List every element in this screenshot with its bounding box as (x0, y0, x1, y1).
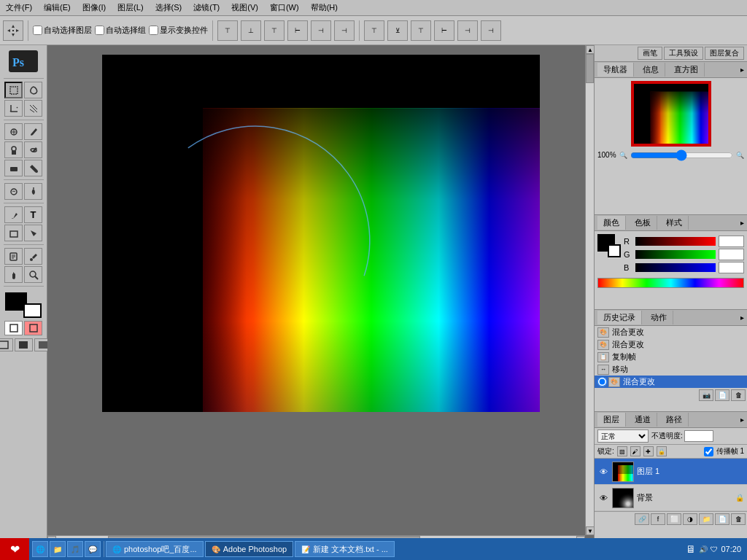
histogram-tab[interactable]: 直方图 (668, 63, 705, 77)
layer-delete-btn[interactable]: 🗑 (731, 513, 746, 525)
tool-presets-btn[interactable]: 工具预设 (664, 47, 703, 60)
v-scrollbar[interactable]: ▲ ▼ (585, 45, 594, 535)
eyedropper-tool[interactable] (24, 248, 42, 265)
other-icon[interactable]: 💬 (85, 541, 101, 557)
align-left-btn[interactable]: ⊢ (287, 20, 308, 41)
marquee-tool[interactable] (4, 82, 23, 98)
media-icon[interactable]: 🎵 (67, 541, 83, 557)
history-snapshot-btn[interactable]: 📷 (699, 389, 713, 401)
distribute-left-btn[interactable]: ⊢ (434, 20, 454, 41)
menu-layer[interactable]: 图层(L) (112, 1, 149, 15)
eraser-tool[interactable] (4, 160, 23, 176)
quickmask-mode[interactable] (24, 321, 42, 335)
menu-window[interactable]: 窗口(W) (264, 1, 305, 15)
r-value[interactable]: 255 (719, 236, 744, 247)
brushes-btn[interactable]: 画笔 (638, 47, 662, 60)
crop-tool[interactable] (4, 100, 23, 117)
distribute-top-btn[interactable]: ⊤ (364, 20, 384, 41)
align-hcenter-btn[interactable]: ⊣ (311, 20, 331, 41)
taskbar-photoshop[interactable]: 🎨 Adobe Photoshop (205, 541, 293, 557)
channels-tab[interactable]: 通道 (629, 413, 657, 427)
healing-tool[interactable] (4, 123, 23, 140)
fullscreen-menu-btn[interactable] (15, 338, 33, 351)
layer-link-btn[interactable]: 🔗 (635, 513, 649, 525)
layer1-eye[interactable]: 👁 (597, 466, 609, 478)
layer2-eye[interactable]: 👁 (597, 492, 609, 504)
move-tool-btn[interactable] (3, 20, 23, 41)
align-vcenter-btn[interactable]: ⊥ (241, 20, 261, 41)
g-bar[interactable] (635, 250, 716, 259)
zoom-tool[interactable] (24, 266, 42, 283)
fill-tool[interactable] (24, 160, 42, 176)
menu-help[interactable]: 帮助(H) (305, 1, 344, 15)
styles-tab[interactable]: 样式 (660, 216, 689, 230)
distribute-right-btn[interactable]: ⊣ (481, 20, 501, 41)
shape-tool[interactable] (4, 225, 23, 241)
b-value[interactable]: 255 (719, 262, 744, 273)
align-right-btn[interactable]: ⊣ (334, 20, 355, 41)
history-options-icon[interactable]: ▸ (740, 314, 744, 322)
menu-select[interactable]: 选择(S) (150, 1, 188, 15)
menu-filter[interactable]: 滤镜(T) (187, 1, 225, 15)
r-bar[interactable] (635, 237, 716, 246)
auto-select-layer-input[interactable] (33, 26, 42, 35)
info-tab[interactable]: 信息 (637, 63, 665, 77)
layer-group-btn[interactable]: 📁 (699, 513, 713, 525)
path-selection-tool[interactable] (24, 225, 42, 241)
stamp-tool[interactable] (4, 141, 23, 158)
pen-tool[interactable] (4, 206, 23, 223)
taskbar-baidu[interactable]: 🌐 photoshop吧_百度... (106, 541, 204, 557)
distribute-vcenter-btn[interactable]: ⊻ (387, 20, 408, 41)
background-color[interactable] (23, 303, 42, 318)
standard-mode[interactable] (4, 321, 23, 335)
layer-new-btn[interactable]: 📄 (715, 513, 729, 525)
start-button[interactable]: ❤ (0, 538, 29, 560)
history-item-1[interactable]: 🎨 混合更改 (595, 326, 747, 338)
history-item-2[interactable]: 🎨 混合更改 (595, 338, 747, 351)
note-tool[interactable] (4, 248, 23, 265)
lock-transparent-icon[interactable]: ▧ (617, 446, 627, 456)
bg-swatch[interactable] (608, 244, 621, 257)
fullscreen-btn[interactable] (0, 338, 13, 351)
distribute-bottom-btn[interactable]: ⊤ (411, 20, 431, 41)
unify-checkbox[interactable] (704, 447, 713, 456)
zoom-in-icon[interactable]: 🔍 (736, 152, 744, 159)
layer-style-btn[interactable]: f (651, 513, 665, 525)
menu-file[interactable]: 文件(F) (0, 1, 38, 15)
color-options-icon[interactable]: ▸ (740, 219, 744, 227)
layer-row-2[interactable]: 👁 背景 🔒 (595, 485, 747, 511)
ie-icon[interactable]: 🌐 (32, 541, 48, 557)
zoom-slider[interactable] (630, 152, 733, 158)
hand-tool[interactable] (4, 266, 23, 283)
history-item-5[interactable]: 🎨 混合更改 (595, 376, 747, 388)
brush-tool[interactable] (24, 123, 42, 140)
distribute-hcenter-btn[interactable]: ⊣ (457, 20, 478, 41)
scroll-down-btn[interactable]: ▼ (586, 526, 594, 535)
navigator-options-icon[interactable]: ▸ (740, 66, 744, 74)
swatches-tab[interactable]: 色板 (629, 216, 657, 230)
g-value[interactable]: 255 (719, 249, 744, 260)
slice-tool[interactable] (24, 100, 42, 117)
lock-move-icon[interactable]: ✚ (643, 446, 654, 456)
show-transform-input[interactable] (149, 26, 158, 35)
history-brush-tool[interactable] (24, 141, 42, 158)
color-spectrum[interactable] (597, 278, 744, 288)
navigator-tab[interactable]: 导航器 (597, 63, 634, 77)
history-item-3[interactable]: 📋 复制帧 (595, 351, 747, 363)
menu-edit[interactable]: 编辑(E) (38, 1, 77, 15)
paths-tab[interactable]: 路径 (660, 413, 689, 427)
layer-mask-btn[interactable]: ⬜ (667, 513, 681, 525)
canvas-area[interactable] (47, 45, 594, 418)
auto-select-layer-check[interactable]: 自动选择图层 (33, 25, 92, 36)
opacity-value[interactable]: 100% (684, 430, 713, 442)
taskbar-notepad[interactable]: 📝 新建 文本文档.txt - ... (295, 541, 395, 557)
auto-select-group-input[interactable] (95, 26, 104, 35)
color-selector[interactable] (5, 292, 42, 318)
text-tool[interactable]: T (24, 206, 42, 223)
layer-comps-btn[interactable]: 图层复合 (705, 47, 744, 60)
scroll-up-btn[interactable]: ▲ (586, 45, 594, 54)
menu-view[interactable]: 视图(V) (225, 1, 264, 15)
main-canvas[interactable] (102, 55, 540, 412)
show-transform-check[interactable]: 显示变换控件 (149, 25, 208, 36)
align-top-btn[interactable]: ⊤ (217, 20, 238, 41)
